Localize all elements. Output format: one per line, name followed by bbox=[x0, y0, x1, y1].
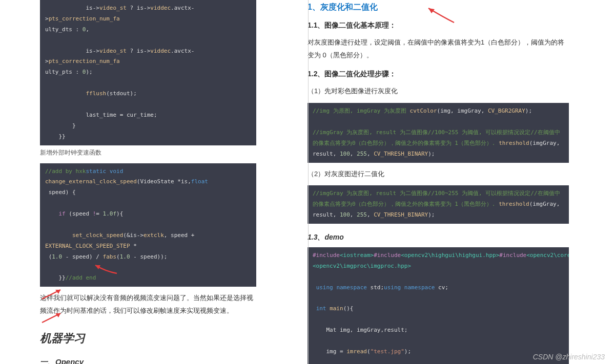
left-column: is->video_st ? is->viddec.avctx->pts_cor… bbox=[0, 0, 261, 364]
paragraph-1-1: 对灰度图像进行处理，设定阈值，在阈值中的像素值将变为1（白色部分），阈值为的将变… bbox=[308, 36, 569, 61]
code1-caption: 新增外部时钟变速函数 bbox=[40, 148, 256, 157]
watermark: CSDN @zhireshini233 bbox=[533, 353, 605, 361]
paragraph-1: 这样我们就可以解决没有音频的视频流变速问题了。当然如果还是选择视频流作为时间基准… bbox=[40, 292, 256, 317]
heading-gray-binarize: 1、灰度化和二值化 bbox=[308, 2, 569, 13]
heading-1-1: 1.1、图像二值化基本原理： bbox=[308, 21, 569, 30]
code-block-demo: #include<iostream>#include<opencv2\highg… bbox=[308, 247, 569, 364]
step-2: （2）对灰度图进行二值化 bbox=[308, 168, 569, 181]
section-opencv: 一、Opencv bbox=[40, 357, 256, 364]
code-block-threshold: //imgGray 为灰度图, result 为二值图像//100~255 为阈… bbox=[308, 185, 569, 224]
right-column: 1、灰度化和二值化 1.1、图像二值化基本原理： 对灰度图像进行处理，设定阈值，… bbox=[308, 0, 574, 364]
heading-1-2: 1.2、图像二值化处理步骤： bbox=[308, 70, 569, 79]
code-block-2: //add by hxkstatic void change_external_… bbox=[40, 163, 256, 287]
step-1: （1）先对彩色图像进行灰度化 bbox=[308, 85, 569, 98]
column-divider bbox=[308, 0, 309, 364]
heading-1-3-demo: 1.3、demo bbox=[308, 233, 569, 242]
ml-heading: 机器学习 bbox=[40, 331, 256, 346]
code-block-1: is->video_st ? is->viddec.avctx->pts_cor… bbox=[40, 0, 256, 145]
code-block-cvtcolor: //img 为原图, imgGray 为灰度图 cvtColor(img, im… bbox=[308, 103, 569, 162]
